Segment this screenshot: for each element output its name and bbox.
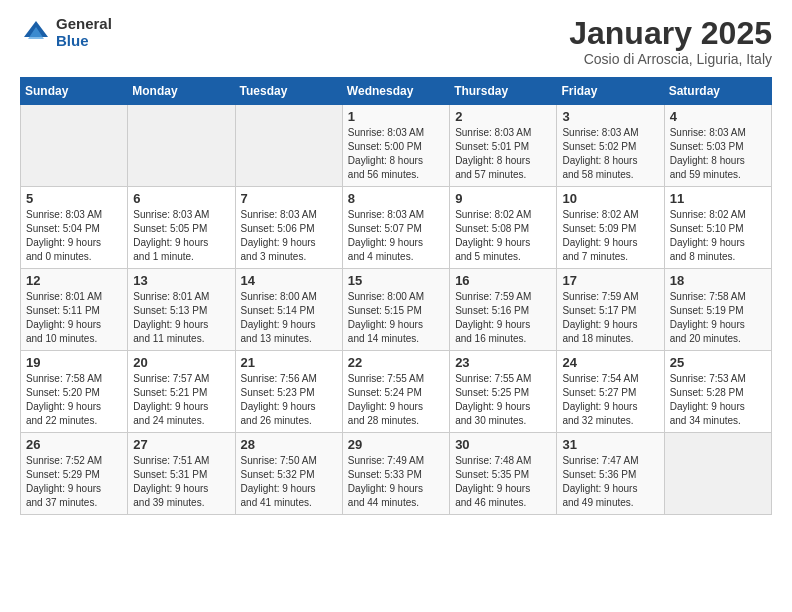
cell-info: Sunrise: 7:58 AM Sunset: 5:19 PM Dayligh… [670, 290, 766, 346]
cell-info: Sunrise: 7:47 AM Sunset: 5:36 PM Dayligh… [562, 454, 658, 510]
cell-info: Sunrise: 8:00 AM Sunset: 5:14 PM Dayligh… [241, 290, 337, 346]
calendar-cell: 7Sunrise: 8:03 AM Sunset: 5:06 PM Daylig… [235, 187, 342, 269]
calendar-cell: 16Sunrise: 7:59 AM Sunset: 5:16 PM Dayli… [450, 269, 557, 351]
day-number: 20 [133, 355, 229, 370]
calendar-cell: 18Sunrise: 7:58 AM Sunset: 5:19 PM Dayli… [664, 269, 771, 351]
cell-info: Sunrise: 7:49 AM Sunset: 5:33 PM Dayligh… [348, 454, 444, 510]
calendar-page: General Blue January 2025 Cosio di Arros… [0, 0, 792, 531]
calendar-cell: 29Sunrise: 7:49 AM Sunset: 5:33 PM Dayli… [342, 433, 449, 515]
cell-info: Sunrise: 8:02 AM Sunset: 5:08 PM Dayligh… [455, 208, 551, 264]
day-number: 1 [348, 109, 444, 124]
calendar-cell: 27Sunrise: 7:51 AM Sunset: 5:31 PM Dayli… [128, 433, 235, 515]
day-number: 11 [670, 191, 766, 206]
logo-general: General [56, 16, 112, 33]
weekday-header-friday: Friday [557, 78, 664, 105]
title-block: January 2025 Cosio di Arroscia, Liguria,… [569, 16, 772, 67]
calendar-table: SundayMondayTuesdayWednesdayThursdayFrid… [20, 77, 772, 515]
weekday-header-monday: Monday [128, 78, 235, 105]
day-number: 12 [26, 273, 122, 288]
calendar-cell: 22Sunrise: 7:55 AM Sunset: 5:24 PM Dayli… [342, 351, 449, 433]
calendar-cell [21, 105, 128, 187]
cell-info: Sunrise: 7:50 AM Sunset: 5:32 PM Dayligh… [241, 454, 337, 510]
cell-info: Sunrise: 7:58 AM Sunset: 5:20 PM Dayligh… [26, 372, 122, 428]
calendar-cell [235, 105, 342, 187]
day-number: 17 [562, 273, 658, 288]
day-number: 26 [26, 437, 122, 452]
location-title: Cosio di Arroscia, Liguria, Italy [569, 51, 772, 67]
calendar-cell: 19Sunrise: 7:58 AM Sunset: 5:20 PM Dayli… [21, 351, 128, 433]
cell-info: Sunrise: 8:03 AM Sunset: 5:04 PM Dayligh… [26, 208, 122, 264]
cell-info: Sunrise: 7:55 AM Sunset: 5:25 PM Dayligh… [455, 372, 551, 428]
cell-info: Sunrise: 8:02 AM Sunset: 5:09 PM Dayligh… [562, 208, 658, 264]
calendar-cell: 5Sunrise: 8:03 AM Sunset: 5:04 PM Daylig… [21, 187, 128, 269]
weekday-header-saturday: Saturday [664, 78, 771, 105]
weekday-header-thursday: Thursday [450, 78, 557, 105]
week-row-1: 1Sunrise: 8:03 AM Sunset: 5:00 PM Daylig… [21, 105, 772, 187]
calendar-cell: 26Sunrise: 7:52 AM Sunset: 5:29 PM Dayli… [21, 433, 128, 515]
day-number: 6 [133, 191, 229, 206]
cell-info: Sunrise: 7:59 AM Sunset: 5:16 PM Dayligh… [455, 290, 551, 346]
weekday-header-sunday: Sunday [21, 78, 128, 105]
week-row-3: 12Sunrise: 8:01 AM Sunset: 5:11 PM Dayli… [21, 269, 772, 351]
day-number: 13 [133, 273, 229, 288]
calendar-cell: 4Sunrise: 8:03 AM Sunset: 5:03 PM Daylig… [664, 105, 771, 187]
weekday-header-row: SundayMondayTuesdayWednesdayThursdayFrid… [21, 78, 772, 105]
day-number: 2 [455, 109, 551, 124]
cell-info: Sunrise: 7:55 AM Sunset: 5:24 PM Dayligh… [348, 372, 444, 428]
calendar-cell: 30Sunrise: 7:48 AM Sunset: 5:35 PM Dayli… [450, 433, 557, 515]
day-number: 14 [241, 273, 337, 288]
day-number: 5 [26, 191, 122, 206]
cell-info: Sunrise: 8:03 AM Sunset: 5:01 PM Dayligh… [455, 126, 551, 182]
day-number: 31 [562, 437, 658, 452]
calendar-cell: 28Sunrise: 7:50 AM Sunset: 5:32 PM Dayli… [235, 433, 342, 515]
day-number: 15 [348, 273, 444, 288]
calendar-cell: 17Sunrise: 7:59 AM Sunset: 5:17 PM Dayli… [557, 269, 664, 351]
cell-info: Sunrise: 8:03 AM Sunset: 5:03 PM Dayligh… [670, 126, 766, 182]
calendar-cell: 1Sunrise: 8:03 AM Sunset: 5:00 PM Daylig… [342, 105, 449, 187]
cell-info: Sunrise: 8:03 AM Sunset: 5:07 PM Dayligh… [348, 208, 444, 264]
logo-blue: Blue [56, 33, 112, 50]
day-number: 29 [348, 437, 444, 452]
calendar-cell [664, 433, 771, 515]
calendar-cell: 10Sunrise: 8:02 AM Sunset: 5:09 PM Dayli… [557, 187, 664, 269]
day-number: 27 [133, 437, 229, 452]
header: General Blue January 2025 Cosio di Arros… [20, 16, 772, 67]
cell-info: Sunrise: 8:03 AM Sunset: 5:02 PM Dayligh… [562, 126, 658, 182]
calendar-cell: 11Sunrise: 8:02 AM Sunset: 5:10 PM Dayli… [664, 187, 771, 269]
calendar-cell: 2Sunrise: 8:03 AM Sunset: 5:01 PM Daylig… [450, 105, 557, 187]
cell-info: Sunrise: 8:01 AM Sunset: 5:11 PM Dayligh… [26, 290, 122, 346]
day-number: 16 [455, 273, 551, 288]
day-number: 3 [562, 109, 658, 124]
calendar-cell: 6Sunrise: 8:03 AM Sunset: 5:05 PM Daylig… [128, 187, 235, 269]
logo: General Blue [20, 16, 112, 49]
cell-info: Sunrise: 8:03 AM Sunset: 5:06 PM Dayligh… [241, 208, 337, 264]
cell-info: Sunrise: 7:48 AM Sunset: 5:35 PM Dayligh… [455, 454, 551, 510]
weekday-header-tuesday: Tuesday [235, 78, 342, 105]
day-number: 19 [26, 355, 122, 370]
calendar-cell: 8Sunrise: 8:03 AM Sunset: 5:07 PM Daylig… [342, 187, 449, 269]
cell-info: Sunrise: 8:03 AM Sunset: 5:05 PM Dayligh… [133, 208, 229, 264]
calendar-cell: 23Sunrise: 7:55 AM Sunset: 5:25 PM Dayli… [450, 351, 557, 433]
day-number: 8 [348, 191, 444, 206]
week-row-4: 19Sunrise: 7:58 AM Sunset: 5:20 PM Dayli… [21, 351, 772, 433]
cell-info: Sunrise: 7:59 AM Sunset: 5:17 PM Dayligh… [562, 290, 658, 346]
week-row-2: 5Sunrise: 8:03 AM Sunset: 5:04 PM Daylig… [21, 187, 772, 269]
day-number: 7 [241, 191, 337, 206]
calendar-cell: 24Sunrise: 7:54 AM Sunset: 5:27 PM Dayli… [557, 351, 664, 433]
calendar-cell: 3Sunrise: 8:03 AM Sunset: 5:02 PM Daylig… [557, 105, 664, 187]
day-number: 22 [348, 355, 444, 370]
cell-info: Sunrise: 7:52 AM Sunset: 5:29 PM Dayligh… [26, 454, 122, 510]
weekday-header-wednesday: Wednesday [342, 78, 449, 105]
day-number: 28 [241, 437, 337, 452]
day-number: 4 [670, 109, 766, 124]
month-title: January 2025 [569, 16, 772, 51]
cell-info: Sunrise: 7:54 AM Sunset: 5:27 PM Dayligh… [562, 372, 658, 428]
calendar-cell: 13Sunrise: 8:01 AM Sunset: 5:13 PM Dayli… [128, 269, 235, 351]
calendar-cell: 20Sunrise: 7:57 AM Sunset: 5:21 PM Dayli… [128, 351, 235, 433]
day-number: 21 [241, 355, 337, 370]
day-number: 9 [455, 191, 551, 206]
calendar-cell: 31Sunrise: 7:47 AM Sunset: 5:36 PM Dayli… [557, 433, 664, 515]
day-number: 24 [562, 355, 658, 370]
day-number: 25 [670, 355, 766, 370]
calendar-cell: 9Sunrise: 8:02 AM Sunset: 5:08 PM Daylig… [450, 187, 557, 269]
